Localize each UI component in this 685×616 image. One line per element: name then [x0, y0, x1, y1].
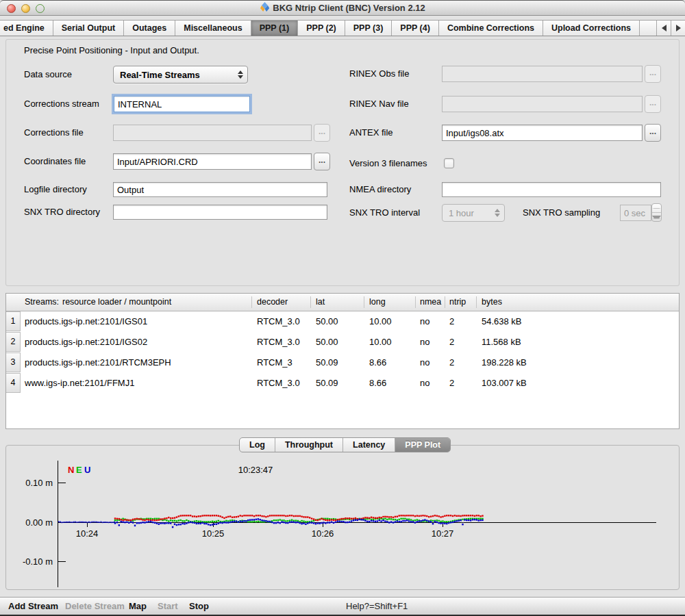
ppp-plot: 0.10 m0.00 m-0.10 m10:2410:2510:2610:27N…	[6, 450, 680, 591]
row-number: 1	[6, 311, 21, 331]
data-source-label: Data source	[24, 66, 72, 84]
svg-text:E: E	[76, 465, 82, 475]
ppp-plot-panel: 0.10 m0.00 m-0.10 m10:2410:2510:2610:27N…	[5, 445, 680, 590]
coordinates-file-input[interactable]	[113, 153, 312, 170]
version3-filenames-checkbox[interactable]	[444, 158, 454, 168]
tab-combine-corrections[interactable]: Combine Corrections	[439, 21, 543, 36]
antex-file-label: ANTEX file	[349, 125, 393, 141]
snx-tro-sampling-spinner[interactable]	[651, 203, 662, 222]
dropdown-arrows-icon	[236, 70, 247, 79]
rinex-nav-browse-button[interactable]: ...	[645, 95, 661, 113]
cell-decoder: RTCM_3.0	[257, 311, 300, 332]
svg-text:0.00 m: 0.00 m	[25, 517, 53, 528]
cell-long: 10.00	[369, 311, 392, 332]
rinex-nav-label: RINEX Nav file	[349, 96, 409, 112]
coordinates-file-browse-button[interactable]: ...	[314, 153, 330, 170]
col-long: long	[369, 294, 386, 311]
app-icon	[260, 2, 270, 12]
corrections-file-browse-button[interactable]: ...	[314, 124, 330, 142]
col-lat: lat	[316, 294, 325, 311]
tab-serial-output[interactable]: Serial Output	[53, 21, 124, 36]
corrections-file-label: Corrections file	[24, 125, 84, 141]
tab-latency[interactable]: Latency	[343, 438, 395, 452]
version3-filenames-label: Version 3 filenames	[349, 157, 427, 170]
col-ntrip: ntrip	[449, 294, 466, 311]
cell-decoder: RTCM_3	[257, 352, 292, 373]
tab-feed-engine[interactable]: ed Engine	[0, 21, 53, 36]
cell-nmea: no	[420, 352, 429, 373]
snx-tro-directory-input[interactable]	[113, 205, 327, 220]
rinex-obs-browse-button[interactable]: ...	[645, 65, 661, 83]
table-row[interactable]: 1 products.igs-ip.net:2101/IGS01 RTCM_3.…	[6, 311, 679, 332]
delete-stream-button[interactable]: Delete Stream	[65, 598, 125, 615]
help-shortcut-label: Help?=Shift+F1	[346, 598, 408, 615]
cell-long: 10.00	[369, 332, 392, 352]
cell-nmea: no	[420, 332, 429, 352]
spinner-down-icon[interactable]	[652, 213, 661, 221]
snx-tro-sampling-input[interactable]	[620, 205, 651, 221]
coordinates-file-label: Coordinates file	[24, 153, 86, 170]
cell-nmea: no	[420, 311, 429, 332]
rinex-nav-input[interactable]	[442, 96, 643, 112]
svg-text:10:26: 10:26	[312, 528, 334, 539]
table-row[interactable]: 3 products.igs-ip.net:2101/RTCM3EPH RTCM…	[6, 352, 679, 373]
tab-log[interactable]: Log	[240, 438, 275, 452]
add-stream-button[interactable]: Add Stream	[8, 598, 58, 615]
svg-text:10:23:47: 10:23:47	[238, 465, 273, 475]
data-source-value: Real-Time Streams	[114, 70, 236, 80]
cell-bytes: 11.568 kB	[482, 332, 521, 352]
cell-lat: 50.09	[316, 373, 338, 394]
tab-outages[interactable]: Outages	[124, 21, 175, 36]
col-mountpoint: resource loader / mountpoint	[62, 294, 171, 311]
tab-scroll-right-icon[interactable]	[671, 21, 685, 36]
tab-throughput[interactable]: Throughput	[275, 438, 343, 452]
cell-lat: 50.09	[316, 352, 338, 373]
nmea-directory-input[interactable]	[442, 182, 661, 197]
map-button[interactable]: Map	[129, 598, 147, 615]
cell-long: 8.66	[369, 352, 386, 373]
table-row[interactable]: 2 products.igs-ip.net:2101/IGS02 RTCM_3.…	[6, 332, 679, 352]
corrections-stream-label: Corrections stream	[24, 96, 99, 112]
streams-corner-label: Streams:	[25, 294, 59, 311]
view-tab-bar: Log Throughput Latency PPP Plot	[239, 437, 451, 452]
table-row[interactable]: 4 www.igs-ip.net:2101/FFMJ1 RTCM_3.0 50.…	[6, 373, 679, 394]
tab-ppp-plot[interactable]: PPP Plot	[395, 438, 450, 452]
window-title-text: BKG Ntrip Client (BNC) Version 2.12	[273, 3, 425, 13]
col-bytes: bytes	[482, 294, 502, 311]
corrections-stream-input[interactable]	[114, 96, 250, 112]
streams-table: Streams: resource loader / mountpoint de…	[5, 293, 680, 429]
rinex-obs-input[interactable]	[442, 66, 643, 82]
cell-long: 8.66	[369, 373, 386, 394]
rinex-obs-label: RINEX Obs file	[349, 66, 409, 82]
cell-bytes: 103.007 kB	[482, 373, 527, 394]
antex-file-browse-button[interactable]: ...	[645, 124, 661, 142]
snx-tro-interval-value: 1 hour	[443, 208, 493, 218]
svg-text:N: N	[68, 465, 74, 475]
stop-button[interactable]: Stop	[189, 598, 209, 615]
tab-ppp-1[interactable]: PPP (1)	[251, 21, 299, 36]
tab-scroll-left-icon[interactable]	[656, 21, 671, 36]
cell-decoder: RTCM_3.0	[257, 332, 300, 352]
cell-ntrip: 2	[449, 352, 454, 373]
tab-miscellaneous[interactable]: Miscellaneous	[175, 21, 251, 36]
cell-mountpoint: products.igs-ip.net:2101/IGS02	[25, 332, 147, 352]
svg-text:10:27: 10:27	[432, 528, 454, 539]
corrections-file-input[interactable]	[113, 125, 312, 141]
cell-lat: 50.00	[316, 311, 338, 332]
tab-upload-corrections[interactable]: Upload Corrections	[543, 21, 640, 36]
bottom-toolbar: Add Stream Delete Stream Map Start Stop …	[0, 597, 685, 616]
tab-ppp-3[interactable]: PPP (3)	[345, 21, 393, 36]
spinner-up-icon[interactable]	[652, 204, 661, 213]
snx-tro-interval-select[interactable]: 1 hour	[442, 204, 505, 222]
tab-ppp-4[interactable]: PPP (4)	[392, 21, 439, 36]
start-button[interactable]: Start	[158, 598, 178, 615]
svg-text:-0.10 m: -0.10 m	[23, 556, 53, 567]
data-source-select[interactable]: Real-Time Streams	[113, 66, 248, 84]
logfile-directory-input[interactable]	[113, 182, 327, 197]
svg-text:10:24: 10:24	[76, 528, 99, 539]
svg-text:U: U	[84, 465, 90, 475]
tab-ppp-2[interactable]: PPP (2)	[298, 21, 345, 36]
antex-file-input[interactable]	[442, 125, 643, 141]
cell-mountpoint: www.igs-ip.net:2101/FFMJ1	[25, 373, 134, 394]
col-decoder: decoder	[257, 294, 288, 311]
